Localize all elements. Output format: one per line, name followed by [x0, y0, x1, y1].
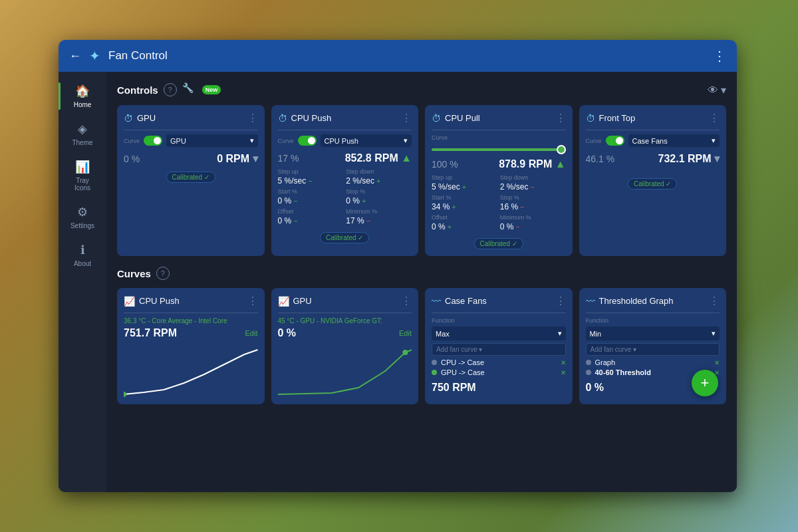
gpu-case-remove[interactable]: ✕	[561, 369, 566, 376]
cpu-pull-menu[interactable]: ⋮	[555, 112, 566, 124]
front-top-menu[interactable]: ⋮	[709, 112, 720, 124]
thresholded-menu[interactable]: ⋮	[709, 295, 720, 307]
cpu-push-step-up: Step up 5 %/sec −	[278, 168, 344, 186]
app-window: ← ✦ Fan Control ⋮ 🏠 Home ◈ Theme 📊 TrayI…	[59, 40, 737, 492]
cpu-pull-rpm: 878.9 RPM ▲	[499, 158, 565, 170]
gpu-pct: 0 %	[124, 154, 140, 164]
cpu-pull-step-down-minus[interactable]: −	[530, 183, 534, 191]
cpu-push-curve-select[interactable]: CPU Push▾	[321, 134, 412, 147]
cpu-pull-start: Start % 34 % +	[432, 194, 497, 211]
cpu-push-curve-icon: 📈	[124, 296, 135, 307]
cpu-push-toggle[interactable]	[298, 136, 317, 146]
cpu-push-step-down: Step down 2 %/sec +	[346, 168, 412, 186]
add-fab-button[interactable]: +	[692, 370, 718, 396]
gpu-rpm: 0 RPM ▾	[217, 152, 257, 165]
cpu-push-fan-icon: ⏱	[278, 113, 287, 124]
cpu-push-curve-card: 📈 CPU Push ⋮ 36.3 °C - Core Average - In…	[117, 288, 265, 404]
graph-remove[interactable]: ✕	[714, 359, 720, 366]
curves-header-left: Curves ?	[117, 267, 170, 280]
controls-wrench-button[interactable]: 🔧	[182, 82, 197, 97]
thresholded-function-select[interactable]: Min▾	[586, 327, 720, 340]
case-fans-gpu-case: GPU -> Case ✕	[432, 368, 566, 376]
cpu-push-step-up-minus[interactable]: −	[308, 177, 312, 185]
case-fans-menu[interactable]: ⋮	[555, 295, 566, 307]
thresholded-add-curve[interactable]: Add fan curve ▾	[586, 343, 720, 356]
cpu-pull-step-up: Step up 5 %/sec +	[432, 174, 497, 192]
gpu-card-header: ⏱ GPU ⋮	[124, 112, 258, 124]
back-button[interactable]: ←	[69, 49, 81, 63]
cpu-pull-offset-plus[interactable]: +	[448, 223, 452, 231]
cpu-pull-step-up-plus[interactable]: +	[462, 183, 466, 191]
cpu-push-curve-divider	[124, 313, 258, 313]
gpu-card: ⏱ GPU ⋮ Curve GPU▾ 0 %	[117, 105, 265, 256]
thresholded-header: 〰 Thresholded Graph ⋮	[586, 295, 720, 307]
cpu-push-step-down-plus[interactable]: +	[376, 177, 380, 185]
front-top-fan-icon: ⏱	[586, 113, 595, 124]
gpu-divider	[124, 130, 258, 130]
sidebar-item-theme[interactable]: ◈ Theme	[59, 115, 106, 153]
cpu-push-start: Start % 0 % −	[278, 188, 344, 205]
cpu-push-menu[interactable]: ⋮	[401, 112, 412, 124]
sidebar-label-home: Home	[74, 101, 92, 108]
fan-icon: ✦	[89, 48, 100, 64]
front-top-title-row: ⏱ Front Top	[586, 113, 636, 124]
visibility-button[interactable]: 👁 ▾	[708, 84, 726, 96]
controls-grid: ⏱ GPU ⋮ Curve GPU▾ 0 %	[117, 105, 726, 256]
cpu-push-offset-minus[interactable]: −	[293, 217, 297, 225]
curves-grid: 📈 CPU Push ⋮ 36.3 °C - Core Average - In…	[117, 288, 726, 404]
cpu-push-stats: 17 % 852.8 RPM ▲	[278, 152, 412, 164]
cpu-case-remove[interactable]: ✕	[561, 359, 566, 366]
gpu-curve-name: GPU	[293, 296, 312, 306]
thresholded-pct: 0 %	[586, 382, 604, 393]
curves-help-button[interactable]: ?	[156, 267, 170, 280]
gpu-toggle[interactable]	[144, 136, 162, 146]
sidebar-item-about[interactable]: ℹ About	[59, 236, 106, 274]
cpu-pull-step-down: Step down 2 %/sec −	[500, 174, 566, 192]
cpu-pull-stop-minus[interactable]: −	[520, 203, 524, 211]
case-fans-add-curve[interactable]: Add fan curve ▾	[432, 343, 566, 356]
gpu-case-dot	[432, 370, 437, 375]
home-icon: 🏠	[75, 84, 90, 98]
cpu-pull-start-plus[interactable]: +	[452, 203, 456, 211]
cpu-push-curve-menu[interactable]: ⋮	[247, 295, 258, 307]
sidebar-item-tray-icons[interactable]: 📊 TrayIcons	[59, 153, 106, 198]
case-fans-function-select[interactable]: Max▾	[432, 327, 566, 340]
cpu-push-temp-source: 36.3 °C - Core Average - Intel Core	[124, 317, 258, 325]
case-fans-rpm: 750 RPM	[432, 382, 476, 393]
more-menu-button[interactable]: ⋮	[713, 48, 726, 64]
cpu-pull-card: ⏱ CPU Pull ⋮ Curve	[425, 105, 573, 256]
controls-header-left: Controls ? 🔧 New	[117, 82, 221, 97]
sidebar-item-settings[interactable]: ⚙ Settings	[59, 198, 106, 236]
case-fans-curve-card: 〰 Case Fans ⋮ Function Max▾ Add fan curv…	[425, 288, 573, 404]
threshold-label: 40-60 Threshold	[595, 368, 651, 376]
cpu-pull-minimum-minus[interactable]: −	[515, 223, 519, 231]
cpu-pull-calibrated-badge: Calibrated ✓	[474, 238, 523, 249]
cpu-pull-slider-thumb[interactable]	[557, 145, 566, 154]
gpu-curve-chart	[278, 344, 412, 398]
cpu-push-start-minus[interactable]: −	[293, 197, 297, 205]
gpu-curve-menu[interactable]: ⋮	[401, 295, 412, 307]
cpu-push-stop-plus[interactable]: +	[362, 197, 366, 205]
cpu-push-edit-button[interactable]: Edit	[245, 329, 258, 337]
gpu-edit-button[interactable]: Edit	[399, 329, 412, 337]
gpu-curve-card: 📈 GPU ⋮ 45 °C - GPU - NVIDIA GeForce GT:…	[271, 288, 419, 404]
cpu-push-pct: 17 %	[278, 153, 299, 164]
gpu-card-menu[interactable]: ⋮	[247, 112, 258, 124]
cpu-pull-title-row: ⏱ CPU Pull	[432, 113, 480, 124]
front-top-card: ⏱ Front Top ⋮ Curve Case Fans▾	[579, 105, 727, 256]
front-top-curve-select[interactable]: Case Fans▾	[628, 134, 720, 147]
curves-title: Curves	[117, 268, 151, 279]
gpu-card-title-row: ⏱ GPU	[124, 113, 156, 124]
gpu-stats-row: 0 % 0 RPM ▾	[124, 152, 258, 165]
cpu-push-stop: Stop % 0 % +	[346, 188, 412, 205]
cpu-push-curve-row: Curve CPU Push▾	[278, 134, 412, 147]
cpu-push-minimum-minus[interactable]: −	[366, 217, 370, 225]
cpu-pull-slider[interactable]	[432, 145, 566, 154]
cpu-case-label: CPU -> Case	[441, 358, 484, 366]
controls-help-button[interactable]: ?	[164, 83, 177, 96]
front-top-card-header: ⏱ Front Top ⋮	[586, 112, 720, 124]
case-fans-icon: 〰	[432, 296, 441, 307]
front-top-toggle[interactable]	[606, 136, 624, 146]
sidebar-item-home[interactable]: 🏠 Home	[59, 77, 106, 115]
gpu-curve-select[interactable]: GPU▾	[166, 134, 257, 147]
